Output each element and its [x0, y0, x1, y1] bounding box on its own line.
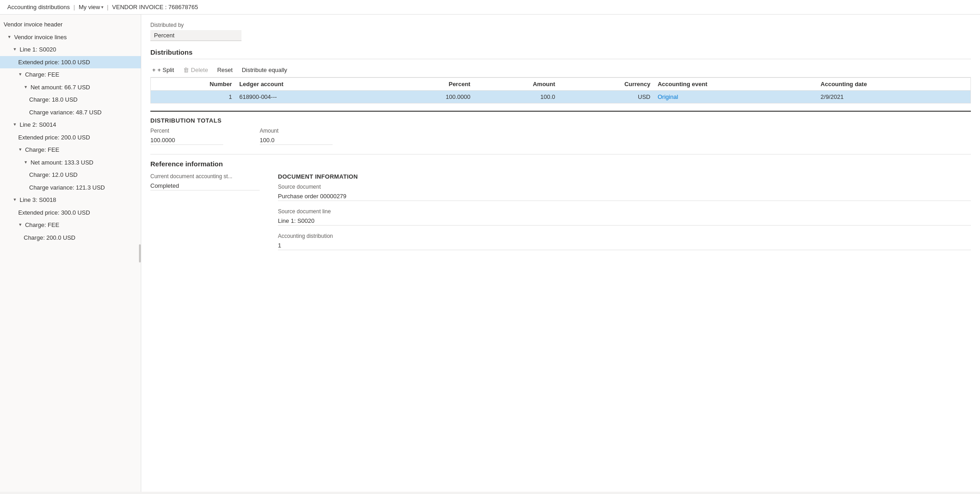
distributed-by-section: Distributed by: [150, 22, 971, 41]
sidebar-item-extended-price-200[interactable]: Extended price: 200.0 USD: [0, 131, 141, 144]
separator1: |: [73, 4, 75, 10]
table-cell-5: Original: [654, 91, 817, 103]
sidebar-item-charge-fee-3[interactable]: ▼Charge: FEE: [0, 219, 141, 232]
reset-label: Reset: [217, 67, 233, 73]
source-doc-field: Source document Purchase order 00000279: [278, 184, 971, 201]
split-button[interactable]: + + Split: [150, 66, 176, 74]
sidebar-item-line1-s0020[interactable]: ▼Line 1: S0020: [0, 43, 141, 56]
sidebar-item-charge-12-0[interactable]: Charge: 12.0 USD: [0, 169, 141, 181]
sidebar-item-net-amount-66-7[interactable]: ▼Net amount: 66.7 USD: [0, 81, 141, 94]
distribution-totals-title: DISTRIBUTION TOTALS: [150, 117, 971, 124]
distribute-equally-label: Distribute equally: [242, 67, 287, 73]
sidebar-item-label: Charge: 200.0 USD: [24, 233, 75, 242]
distributed-by-input[interactable]: [150, 30, 241, 41]
accounting-dist-value: 1: [278, 241, 971, 250]
sidebar-item-vendor-invoice-header[interactable]: Vendor invoice header: [0, 18, 141, 31]
triangle-icon: ▼: [18, 72, 22, 78]
split-icon: +: [152, 67, 156, 73]
sidebar-item-charge-fee-2[interactable]: ▼Charge: FEE: [0, 144, 141, 156]
reference-info-title: Reference information: [150, 160, 971, 168]
table-cell-1: 618900-004---: [236, 91, 382, 103]
sidebar-item-line2-s0014[interactable]: ▼Line 2: S0014: [0, 118, 141, 131]
table-cell-4: USD: [559, 91, 654, 103]
my-view-dropdown[interactable]: My view ▾: [79, 4, 103, 10]
distribute-equally-button[interactable]: Distribute equally: [240, 66, 289, 74]
sidebar-item-extended-price-300[interactable]: Extended price: 300.0 USD: [0, 206, 141, 219]
sidebar-item-label: Line 3: S0018: [20, 196, 56, 205]
reference-information-section: Reference information Current document a…: [150, 154, 971, 257]
total-percent-value: 100.0000: [150, 136, 223, 145]
sidebar-item-charge-200-0[interactable]: Charge: 200.0 USD: [0, 232, 141, 244]
separator2: |: [107, 4, 108, 10]
distribution-totals: DISTRIBUTION TOTALS Percent 100.0000 Amo…: [150, 111, 971, 145]
table-header: Number Ledger account Percent Amount Cur…: [151, 78, 970, 91]
reset-button[interactable]: Reset: [215, 66, 235, 74]
sidebar-item-label: Extended price: 200.0 USD: [18, 133, 90, 142]
sidebar-item-label: Charge: FEE: [25, 70, 59, 79]
resize-handle[interactable]: [139, 244, 141, 262]
triangle-icon: ▼: [13, 46, 17, 53]
my-view-label: My view: [79, 4, 100, 10]
col-number: Number: [151, 78, 236, 91]
delete-label: Delete: [191, 67, 208, 73]
source-doc-line-field: Source document line Line 1: S0020: [278, 208, 971, 226]
doc-info-title: DOCUMENT INFORMATION: [278, 173, 971, 180]
col-percent: Percent: [383, 78, 474, 91]
col-accounting-date: Accounting date: [817, 78, 970, 91]
table-row[interactable]: 1618900-004---100.0000100.0USDOriginal2/…: [151, 91, 970, 103]
table-cell-0: 1: [151, 91, 236, 103]
chevron-down-icon: ▾: [101, 5, 103, 10]
col-accounting-event: Accounting event: [654, 78, 817, 91]
distributions-section-title: Distributions: [150, 48, 971, 59]
sidebar-item-label: Charge: FEE: [25, 221, 59, 230]
sidebar-item-line3-s0018[interactable]: ▼Line 3: S0018: [0, 194, 141, 206]
split-label: + Split: [158, 67, 174, 73]
sidebar-item-label: Line 2: S0014: [20, 120, 56, 129]
total-percent-label: Percent: [150, 128, 223, 134]
sidebar-item-vendor-invoice-lines[interactable]: ▼Vendor invoice lines: [0, 31, 141, 44]
sidebar-item-label: Vendor invoice header: [4, 20, 62, 29]
sidebar-item-charge-18-0[interactable]: Charge: 18.0 USD: [0, 93, 141, 106]
sidebar-item-charge-fee-1[interactable]: ▼Charge: FEE: [0, 68, 141, 81]
accounting-dist-label: Accounting distribution: [278, 233, 971, 239]
total-amount: Amount 100.0: [260, 128, 333, 145]
triangle-icon: ▼: [24, 160, 28, 166]
distributions-table: Number Ledger account Percent Amount Cur…: [151, 78, 970, 103]
sidebar-item-extended-price-100[interactable]: Extended price: 100.0 USD: [0, 56, 141, 69]
ref-left: Current document accounting st... Comple…: [150, 173, 260, 257]
sidebar-item-label: Net amount: 133.3 USD: [31, 158, 93, 167]
top-bar: Accounting distributions | My view ▾ | V…: [0, 0, 980, 15]
distributions-table-wrapper: Number Ledger account Percent Amount Cur…: [150, 77, 971, 103]
table-cell-3: 100.0: [474, 91, 559, 103]
sidebar-item-label: Charge: FEE: [25, 145, 59, 154]
invoice-label: VENDOR INVOICE : 768678765: [112, 4, 198, 10]
current-doc-value: Completed: [150, 181, 260, 190]
triangle-icon: ▼: [18, 222, 22, 228]
col-ledger-account: Ledger account: [236, 78, 382, 91]
sidebar-item-label: Charge: 12.0 USD: [29, 170, 77, 180]
col-currency: Currency: [559, 78, 654, 91]
distributed-by-label: Distributed by: [150, 22, 971, 28]
sidebar-item-net-amount-133-3[interactable]: ▼Net amount: 133.3 USD: [0, 156, 141, 169]
sidebar-item-charge-variance-121-3[interactable]: Charge variance: 121.3 USD: [0, 181, 141, 194]
col-amount: Amount: [474, 78, 559, 91]
sidebar-item-label: Line 1: S0020: [20, 45, 56, 54]
total-percent: Percent 100.0000: [150, 128, 223, 145]
sidebar-item-charge-variance-48-7[interactable]: Charge variance: 48.7 USD: [0, 106, 141, 119]
table-cell-6: 2/9/2021: [817, 91, 970, 103]
sidebar: Vendor invoice header▼Vendor invoice lin…: [0, 15, 141, 492]
delete-button[interactable]: 🗑 Delete: [181, 66, 210, 74]
total-amount-label: Amount: [260, 128, 333, 134]
totals-row: Percent 100.0000 Amount 100.0: [150, 128, 971, 145]
source-doc-label: Source document: [278, 184, 971, 190]
triangle-icon: ▼: [13, 197, 17, 203]
triangle-icon: ▼: [24, 84, 28, 91]
current-doc-field: Current document accounting st... Comple…: [150, 173, 260, 190]
ref-right: DOCUMENT INFORMATION Source document Pur…: [278, 173, 971, 257]
table-body: 1618900-004---100.0000100.0USDOriginal2/…: [151, 91, 970, 103]
sidebar-item-label: Charge variance: 48.7 USD: [29, 108, 102, 117]
source-doc-line-value: Line 1: S0020: [278, 216, 971, 226]
sidebar-item-label: Vendor invoice lines: [14, 33, 67, 42]
sidebar-item-label: Charge variance: 121.3 USD: [29, 183, 105, 192]
table-cell-2: 100.0000: [383, 91, 474, 103]
